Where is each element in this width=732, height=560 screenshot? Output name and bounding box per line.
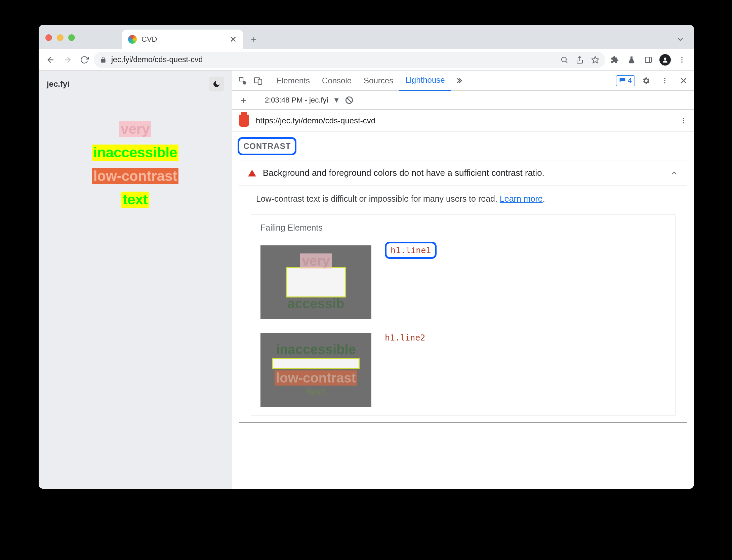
page-word-4: text: [121, 192, 149, 208]
maximize-window-button[interactable]: [68, 34, 75, 41]
minimize-window-button[interactable]: [57, 34, 64, 41]
forward-button[interactable]: [60, 52, 75, 67]
audit-title: Background and foreground colors do not …: [263, 168, 544, 178]
report-timestamp: 2:03:48 PM - jec.fyi: [265, 96, 328, 105]
audit-header[interactable]: Background and foreground colors do not …: [239, 160, 687, 186]
report-dropdown-icon[interactable]: ▼: [333, 96, 340, 105]
lighthouse-toolbar: ＋ 2:03:48 PM - jec.fyi ▼: [232, 91, 694, 110]
tab-title: CVD: [141, 35, 157, 44]
profile-button[interactable]: [658, 52, 673, 67]
settings-icon[interactable]: [638, 73, 654, 88]
inspect-element-icon[interactable]: [235, 73, 250, 88]
svg-line-21: [347, 98, 352, 102]
browser-toolbar: jec.fyi/demo/cds-quest-cvd: [39, 49, 694, 71]
more-tabs-icon[interactable]: [451, 73, 466, 88]
failing-element-row[interactable]: inaccessible low-contrast text h1.line2: [251, 328, 675, 415]
failing-elements-header: Failing Elements: [251, 215, 675, 241]
svg-point-16: [664, 80, 665, 81]
element-thumbnail: inaccessible low-contrast text: [260, 333, 371, 407]
audit-card: Background and foreground colors do not …: [239, 160, 687, 423]
lock-icon: [100, 56, 107, 63]
svg-rect-14: [258, 79, 262, 84]
clear-report-icon[interactable]: [345, 96, 354, 105]
devtools-tabbar: Elements Console Sources Lighthouse 4: [232, 71, 694, 91]
contrast-section-label: CONTRAST: [238, 137, 296, 155]
sidepanel-icon[interactable]: [641, 52, 656, 67]
lighthouse-icon: [239, 115, 249, 127]
extensions-icon[interactable]: [607, 52, 622, 67]
report-url-row: https://jec.fyi/demo/cds-quest-cvd: [232, 110, 694, 132]
share-icon[interactable]: [576, 56, 584, 64]
tab-lighthouse[interactable]: Lighthouse: [399, 71, 451, 91]
devtools-panel: Elements Console Sources Lighthouse 4: [232, 71, 694, 489]
reload-button[interactable]: [77, 52, 92, 67]
svg-rect-12: [239, 77, 243, 81]
tab-overflow-button[interactable]: [676, 35, 685, 44]
svg-point-24: [683, 122, 684, 123]
report-url: https://jec.fyi/demo/cds-quest-cvd: [256, 116, 375, 125]
issues-counter[interactable]: 4: [616, 75, 635, 86]
page-word-3: low-contrast: [92, 168, 179, 184]
svg-rect-6: [645, 57, 651, 63]
svg-point-23: [683, 120, 684, 121]
window-controls: [45, 34, 75, 41]
failing-elements-table: Failing Elements very accessib h1.line1: [251, 214, 676, 416]
browser-tab[interactable]: CVD ✕: [122, 30, 243, 49]
browser-menu-button[interactable]: [675, 52, 689, 67]
warning-triangle-icon: [248, 170, 256, 176]
svg-marker-5: [592, 56, 599, 63]
tab-favicon: [128, 35, 137, 44]
new-tab-button[interactable]: ＋: [246, 32, 261, 46]
tab-console[interactable]: Console: [316, 71, 358, 91]
bookmark-icon[interactable]: [591, 56, 599, 64]
rendered-page: jec.fyi very inaccessible low-contrast t…: [39, 71, 232, 489]
svg-point-9: [681, 57, 683, 58]
svg-point-10: [681, 59, 683, 61]
labs-icon[interactable]: [624, 52, 639, 67]
page-word-2: inaccessible: [92, 145, 179, 161]
svg-line-3: [566, 61, 567, 63]
tab-strip: CVD ✕ ＋: [39, 25, 694, 49]
audit-description: Low-contrast text is difficult or imposs…: [239, 186, 687, 212]
element-selector: h1.line2: [385, 333, 425, 343]
element-thumbnail: very accessib: [260, 245, 371, 319]
svg-point-15: [664, 78, 665, 79]
svg-point-2: [562, 57, 566, 62]
report-menu-icon[interactable]: [680, 117, 687, 124]
issues-count: 4: [628, 76, 632, 85]
browser-window: CVD ✕ ＋ jec.fyi/demo/cds-qu: [39, 25, 694, 489]
site-title: jec.fyi: [47, 79, 70, 89]
close-window-button[interactable]: [45, 34, 52, 41]
learn-more-link[interactable]: Learn more: [500, 194, 543, 203]
element-selector: h1.line1: [385, 242, 437, 259]
svg-point-22: [683, 118, 684, 119]
svg-point-17: [664, 82, 665, 83]
svg-point-8: [664, 57, 666, 60]
tab-elements[interactable]: Elements: [270, 71, 316, 91]
dark-mode-toggle[interactable]: [209, 77, 224, 91]
address-bar[interactable]: jec.fyi/demo/cds-quest-cvd: [94, 52, 605, 68]
back-button[interactable]: [43, 52, 58, 67]
device-toolbar-icon[interactable]: [250, 73, 266, 88]
page-word-1: very: [119, 121, 151, 137]
svg-point-11: [681, 61, 683, 63]
devtools-menu-icon[interactable]: [657, 73, 673, 88]
url-text: jec.fyi/demo/cds-quest-cvd: [111, 55, 203, 64]
collapse-icon[interactable]: [670, 169, 678, 177]
failing-element-row[interactable]: very accessib h1.line1: [251, 241, 675, 328]
new-report-button[interactable]: ＋: [236, 92, 251, 108]
close-tab-button[interactable]: ✕: [230, 34, 237, 45]
zoom-icon[interactable]: [560, 56, 568, 64]
close-devtools-icon[interactable]: [676, 73, 691, 88]
tab-sources[interactable]: Sources: [358, 71, 399, 91]
